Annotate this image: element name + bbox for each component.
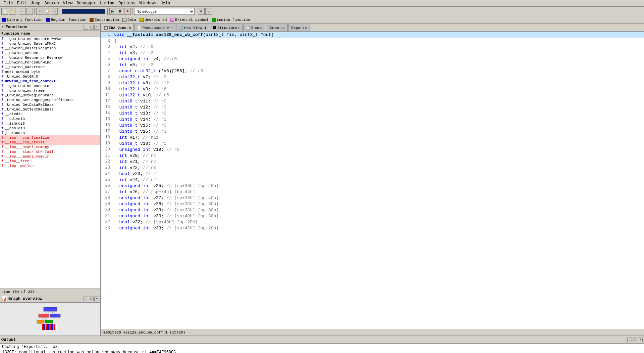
function-list[interactable]: f__gnu_Unwind_Restore_WMMXCf__gnu_Unwind…	[0, 37, 100, 289]
graph-restore[interactable]: □	[89, 297, 94, 301]
code-line[interactable]: 15 uint8_t v14; // r1	[101, 116, 644, 122]
menu-edit[interactable]: Edit	[15, 1, 29, 6]
functions-minimize[interactable]: _	[84, 25, 88, 30]
tb-open[interactable]: 📂	[9, 8, 15, 15]
function-list-item[interactable]: f__gnu_unwind_execute	[0, 84, 100, 88]
tab-exports[interactable]: Exports	[288, 24, 310, 31]
debugger-select[interactable]: No debugger	[134, 8, 195, 15]
code-line[interactable]: 6 int v5; // r2	[101, 62, 644, 68]
code-line[interactable]: 9 uint32_t v8; // r12	[101, 80, 644, 86]
function-list-item[interactable]: f__imp___aeabi_memcpy	[0, 145, 100, 149]
code-line[interactable]: 2{	[101, 38, 644, 44]
code-line[interactable]: 25 int v24; // r2	[101, 177, 644, 183]
tb-settings[interactable]: ⚙	[198, 8, 205, 15]
function-list-item[interactable]: f__udivdi3	[0, 117, 100, 121]
code-line[interactable]: 14 uint8_t v13; // r0	[101, 110, 644, 116]
tab-structures[interactable]: 🅰 Structures	[210, 24, 243, 31]
function-list-item[interactable]: f_Unwind_GetGR_0	[0, 74, 100, 79]
tb-back[interactable]: ←	[19, 8, 25, 15]
graph-content[interactable]	[0, 303, 100, 336]
menu-jump[interactable]: Jump	[29, 1, 43, 6]
menu-help[interactable]: Help	[158, 1, 172, 6]
function-list-item[interactable]: f__Unwind_RaiseException	[0, 46, 100, 51]
tb-pause[interactable]: ⏸	[117, 8, 123, 15]
function-list-item[interactable]: f_Unwind_GetRegionStart	[0, 93, 100, 98]
tab-ida-view[interactable]: 🔲 IDA View-A	[101, 24, 134, 31]
output-restore[interactable]: □	[633, 338, 637, 342]
code-line[interactable]: 32 bool v32; // [sp+48h] [bp-2Dh]	[101, 219, 644, 225]
code-line[interactable]: 22 int v21; // r2	[101, 159, 644, 165]
code-line[interactable]: 31 unsigned int v30; // [sp+40h] [bp-38h…	[101, 213, 644, 219]
function-list-item[interactable]: f__Unwind_Resume_or_Rethrow	[0, 55, 100, 60]
function-list-item[interactable]: f__gnu_Unwind_Save_WMMXC	[0, 41, 100, 46]
code-line[interactable]: 1void __fastcall aes128_enc_wb_coff(uint…	[101, 32, 644, 38]
function-list-item[interactable]: fj_srand48	[0, 131, 100, 135]
code-line[interactable]: 8 uint32_t v7; // r2	[101, 74, 644, 80]
function-list-item[interactable]: f_Unwind_GetTextRelBase	[0, 107, 100, 112]
function-list-item[interactable]: f__imp___cxa_atexit	[0, 140, 100, 145]
menu-options[interactable]: Options	[116, 1, 137, 6]
tab-imports[interactable]: Imports	[266, 24, 287, 31]
code-line[interactable]: 20 unsigned int v19; // r0	[101, 146, 644, 152]
tb-paste[interactable]: 📋	[44, 8, 50, 15]
code-line[interactable]: 16 uint8_t v15; // r0	[101, 122, 644, 128]
tab-enums[interactable]: 📋 Enums	[243, 24, 265, 31]
code-line[interactable]: 33 unsigned int v33; // [sp+4Ch] [bp-2Ch…	[101, 225, 644, 231]
menu-search[interactable]: Search	[42, 1, 61, 6]
tb-new[interactable]: 📄	[1, 8, 8, 15]
tb-find[interactable]: 🔍	[51, 8, 58, 15]
function-list-item[interactable]: f__gnu_unwind_frame	[0, 88, 100, 93]
code-line[interactable]: 12 uint8_t v11; // r0	[101, 98, 644, 104]
graph-close[interactable]: ×	[94, 297, 99, 301]
code-line[interactable]: 21 int v20; // r2	[101, 152, 644, 159]
menu-view[interactable]: View	[61, 1, 75, 6]
function-list-item[interactable]: f__imp__malloc	[0, 164, 100, 168]
function-list-item[interactable]: f__Unwind_Resume	[0, 51, 100, 55]
functions-close[interactable]: ×	[94, 25, 99, 30]
code-line[interactable]: 17 uint8_t v16; // r3	[101, 128, 644, 134]
tab-pseudo-close[interactable]: ✕	[170, 26, 172, 30]
output-close[interactable]: ×	[638, 338, 643, 342]
function-list-item[interactable]: f__Unwind_Backtrace	[0, 65, 100, 70]
output-content[interactable]: Caching 'Exports'... ok1B2CE: conditiona…	[0, 344, 644, 353]
function-list-item[interactable]: f_Unwind_GetDataRelBase	[0, 102, 100, 107]
code-line[interactable]: 13 uint8_t v12; // r3	[101, 104, 644, 110]
menu-windows[interactable]: Windows	[138, 1, 158, 6]
menu-debugger[interactable]: Debugger	[74, 1, 98, 6]
output-minimize[interactable]: _	[627, 338, 632, 342]
code-line[interactable]: 30 unsigned int v29; // [sp+3Ch] [bp-3Ch…	[101, 207, 644, 213]
tb-run[interactable]: ▶	[109, 8, 116, 15]
functions-restore[interactable]: □	[89, 25, 94, 30]
function-list-item[interactable]: f__Unwind_ForcedUnwind	[0, 60, 100, 65]
menu-lumina[interactable]: Lumina	[98, 1, 116, 6]
function-list-item[interactable]: f__lshrdi3	[0, 121, 100, 126]
code-line[interactable]: 5 unsigned int v4; // r0	[101, 56, 644, 62]
function-list-item[interactable]: f__divdi3	[0, 112, 100, 117]
menu-file[interactable]: File	[1, 1, 15, 6]
code-line[interactable]: 19 uint8_t v18; // r1	[101, 140, 644, 146]
tab-pseudocode[interactable]: 📝 Pseudocode-A ✕	[135, 24, 175, 31]
function-list-item[interactable]: f__imp___aeabi_memclr	[0, 154, 100, 159]
code-line[interactable]: 7 const uint32_t (*v6)[256]; // r5	[101, 68, 644, 74]
code-line[interactable]: 27 int v26; // [sp+34h] [bp-44h]	[101, 189, 644, 195]
code-line[interactable]: 3 int v2; // r0	[101, 44, 644, 50]
code-line[interactable]: 29 unsigned int v28; // [sp+3Ch] [bp-3Ch…	[101, 201, 644, 207]
tb-stop[interactable]: ■	[124, 8, 131, 15]
function-list-item[interactable]: funwind_UCB_from_context	[0, 79, 100, 84]
tab-hex-view[interactable]: 🔣 Hex View-1	[176, 24, 209, 31]
function-list-item[interactable]: fnext_unwind_byte	[0, 70, 100, 74]
code-line[interactable]: 24 bool v23; // zf	[101, 171, 644, 177]
code-line[interactable]: 10 uint32_t v9; // r6	[101, 86, 644, 92]
function-list-item[interactable]: f__gnu_Unwind_Restore_WMMXC	[0, 37, 100, 41]
code-line[interactable]: 23 int v22; // r3	[101, 165, 644, 171]
code-line[interactable]: 11 uint32_t v10; // r5	[101, 92, 644, 98]
function-list-item[interactable]: f_Unwind_GetLanguageSpecificData	[0, 98, 100, 102]
code-line[interactable]: 26 unsigned int v25; // [sp+30h] [bp-48h…	[101, 183, 644, 189]
function-list-item[interactable]: f__imp___stack_chk_fail	[0, 149, 100, 154]
code-view[interactable]: 1void __fastcall aes128_enc_wb_coff(uint…	[101, 32, 644, 329]
tb-refresh[interactable]: ↺	[205, 8, 212, 15]
function-list-item[interactable]: f__ashldi3	[0, 126, 100, 131]
function-list-item[interactable]: f__imp__free	[0, 159, 100, 164]
code-line[interactable]: 4 int v3; // r2	[101, 50, 644, 56]
graph-minimize[interactable]: _	[84, 297, 88, 301]
